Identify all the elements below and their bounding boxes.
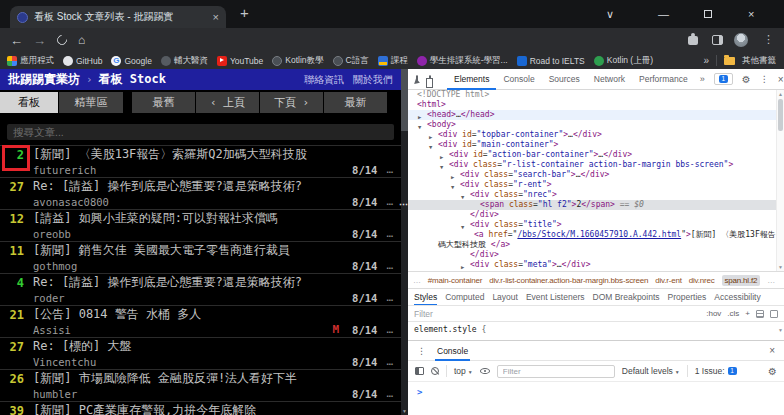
bookmark-item[interactable]: Road to IELTS: [517, 56, 585, 66]
contact-link[interactable]: 聯絡資訊: [304, 73, 344, 87]
dom-tree-line[interactable]: ▼<div class="r-ent">: [408, 180, 776, 190]
styles-tab-layout[interactable]: Layout: [492, 289, 518, 306]
drawer-close-icon[interactable]: ×: [769, 345, 775, 356]
console-levels-selector[interactable]: Default levels▼: [622, 366, 680, 376]
dom-tree-line[interactable]: ▶<div class="meta">…</div>: [408, 260, 776, 270]
post-more-icon[interactable]: …: [386, 291, 394, 304]
bookmark-item[interactable]: C語言: [333, 55, 369, 67]
styles-tab-accessibility[interactable]: Accessibility: [714, 289, 760, 306]
bookmark-item[interactable]: YouTube: [217, 56, 263, 66]
console-context-selector[interactable]: top▼: [454, 366, 473, 376]
clear-console-icon[interactable]: [431, 367, 439, 375]
dom-tree-line[interactable]: ▼<div id="main-container">: [408, 140, 776, 150]
console-settings-icon[interactable]: ⚙: [768, 366, 777, 377]
search-input[interactable]: [7, 124, 394, 140]
devtools-tab-sources[interactable]: Sources: [542, 69, 587, 90]
elements-scrollbar-thumb[interactable]: [778, 99, 783, 131]
devtools-settings-icon[interactable]: ⚙: [742, 74, 751, 85]
post-title-link[interactable]: [新聞] 〈美股13F報告〉索羅斯Q2加碼大型科技股: [33, 146, 307, 163]
bookmarks-overflow-icon[interactable]: »: [703, 55, 709, 66]
maximize-button[interactable]: [704, 0, 712, 28]
bookmark-item[interactable]: 輔大醫資: [161, 55, 208, 67]
bookmark-item[interactable]: GGoogle: [111, 56, 151, 66]
console-prompt[interactable]: >: [408, 382, 784, 397]
dom-tree-line[interactable]: </div>: [408, 210, 776, 220]
dom-tree-line[interactable]: ▼<div class="nrec">: [408, 190, 776, 200]
dom-tree-line[interactable]: <!DOCTYPE html>: [408, 90, 776, 100]
element-style-rule[interactable]: element.style {: [408, 321, 784, 340]
ptt-brand-link[interactable]: 批踢踢實業坊: [8, 71, 80, 88]
computed-grid-icon[interactable]: [756, 310, 764, 318]
tab-close-icon[interactable]: ×: [213, 11, 219, 23]
bookmark-item[interactable]: Kotlin教學: [272, 55, 323, 67]
breadcrumb-item[interactable]: div.r-list-container.action-bar-margin.b…: [489, 276, 648, 285]
breadcrumb-item[interactable]: div.r-ent: [655, 276, 682, 285]
post-row[interactable]: 12[請益] 如興小韭菜的疑問:可以對報社求償嗎oreobb8/14…: [0, 209, 401, 241]
drawer-menu-icon[interactable]: ⋮: [417, 346, 426, 356]
post-more-icon[interactable]: …: [386, 227, 394, 240]
devtools-menu-icon[interactable]: ⋮: [760, 74, 769, 84]
more-tabs-icon[interactable]: »: [695, 74, 710, 84]
bookmark-item[interactable]: Kotlin (上冊) | 綠豆...: [594, 55, 655, 67]
new-style-rule-button[interactable]: +: [745, 309, 750, 318]
scroll-down-icon[interactable]: ▼: [777, 264, 784, 270]
breadcrumb-item[interactable]: span.hl.f2: [722, 275, 761, 286]
styles-tab-dom-breakpoints[interactable]: DOM Breakpoints: [593, 289, 660, 306]
breadcrumb-item[interactable]: …: [767, 276, 775, 285]
devtools-close-icon[interactable]: ×: [778, 74, 784, 85]
dom-tree-line[interactable]: ▶<div id="action-bar-container">…</div>: [408, 150, 776, 160]
dom-tree-line[interactable]: ▶<head>…</head>: [408, 110, 776, 120]
styles-tab-properties[interactable]: Properties: [668, 289, 707, 306]
dom-tree-line[interactable]: ▼<body>: [408, 120, 776, 130]
bookmark-item[interactable]: 應用程式: [7, 55, 54, 67]
tree-collapse-icon[interactable]: ▶: [461, 262, 464, 272]
dom-tree-line[interactable]: </div>: [408, 250, 776, 260]
dom-tree-line[interactable]: ▼<div class="title">: [408, 220, 776, 230]
post-title-link[interactable]: Re: [請益] 操作到底是心態重要?還是策略技術?: [33, 178, 302, 195]
post-title-link[interactable]: [新聞] PC產業庫存警報,力拚今年底解除: [33, 402, 256, 415]
board-tab-jinghua[interactable]: 精華區: [59, 92, 123, 113]
post-more-icon[interactable]: …: [386, 387, 394, 400]
profile-avatar[interactable]: [734, 33, 748, 47]
dom-gutter-menu-icon[interactable]: ⋯: [399, 199, 408, 209]
post-row[interactable]: 26[新聞] 市場風險降低 金融股反彈!法人看好下半humbler8/14…: [0, 369, 401, 401]
post-row[interactable]: 27Re: [請益] 操作到底是心態重要?還是策略技術?avonasac0800…: [0, 177, 401, 209]
devtools-tab-elements[interactable]: Elements: [447, 69, 496, 90]
layout-pane-icon[interactable]: [770, 310, 778, 318]
inspect-element-icon[interactable]: [416, 75, 418, 83]
dom-tree-line[interactable]: <span class="hl f2">2</span> == $0: [408, 200, 776, 210]
paging-button-0[interactable]: 最舊: [132, 92, 195, 113]
console-sidebar-icon[interactable]: [415, 367, 424, 375]
post-row[interactable]: 2[新聞] 〈美股13F報告〉索羅斯Q2加碼大型科技股futurerich8/1…: [0, 145, 401, 177]
tab-search-icon[interactable]: ∨: [606, 0, 614, 28]
post-title-link[interactable]: [公告] 0814 警告 水桶 多人: [33, 306, 201, 323]
side-panel-icon[interactable]: [712, 35, 723, 45]
post-title-link[interactable]: [請益] 如興小韭菜的疑問:可以對報社求償嗎: [33, 210, 278, 227]
reload-icon[interactable]: [55, 33, 69, 47]
post-more-icon[interactable]: …: [386, 259, 394, 272]
post-more-icon[interactable]: …: [386, 355, 394, 368]
browser-tab[interactable]: 看板 Stock 文章列表 - 批踢踢實 ×: [10, 6, 226, 28]
console-drawer-tab[interactable]: Console: [435, 341, 470, 361]
class-toggle[interactable]: .cls: [727, 309, 739, 318]
devtools-tab-network[interactable]: Network: [587, 69, 632, 90]
pseudo-state-toggle[interactable]: :hov: [706, 309, 721, 318]
post-row[interactable]: 21[公告] 0814 警告 水桶 多人AssisiM8/14…: [0, 305, 401, 337]
board-tab-kanban[interactable]: 看板: [0, 92, 58, 113]
console-issues-button[interactable]: 1 Issue: 1: [695, 366, 737, 376]
dom-tree-line[interactable]: <a href="/bbs/Stock/M.1660457910.A.442.h…: [408, 230, 776, 240]
ptt-board-title[interactable]: 看板 Stock: [99, 71, 166, 88]
minimize-button[interactable]: —: [658, 0, 669, 28]
devtools-tab-console[interactable]: Console: [496, 69, 541, 90]
breadcrumb-item[interactable]: div.nrec: [689, 276, 715, 285]
forward-button[interactable]: →: [33, 28, 46, 52]
post-more-icon[interactable]: …: [386, 195, 394, 208]
dom-tree-line[interactable]: <html>: [408, 100, 776, 110]
bookmark-item[interactable]: 學生排課系統-學習...: [417, 55, 508, 67]
page-scrollbar-thumb[interactable]: [401, 69, 408, 131]
breadcrumb-item[interactable]: #main-container: [428, 276, 482, 285]
post-title-link[interactable]: Re: [請益] 操作到底是心態重要?還是策略技術?: [33, 274, 302, 291]
paging-button-1[interactable]: ‹ 上頁: [196, 92, 259, 113]
post-title-link[interactable]: [新聞] 銷售欠佳 美國最大電子零售商進行裁員: [33, 242, 290, 259]
post-row[interactable]: 27Re: [標的] 大盤Vincentchu8/14…: [0, 337, 401, 369]
